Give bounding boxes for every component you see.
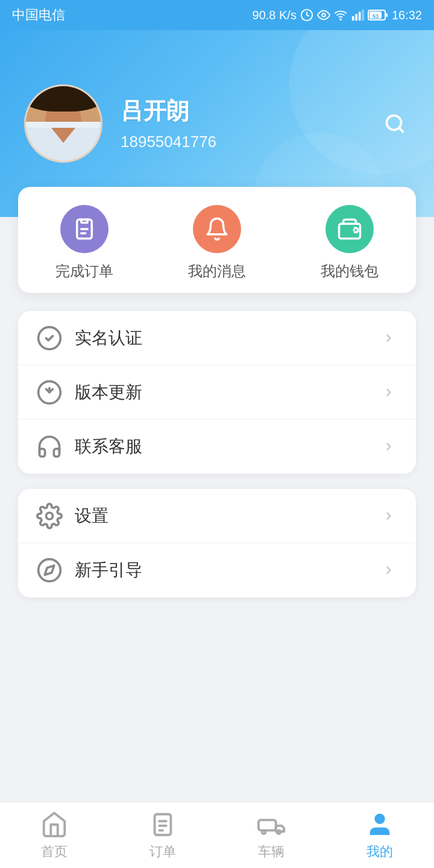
profile-name: 吕开朗 [121,96,216,127]
nav-item-home[interactable]: 首页 [6,810,102,861]
quick-actions-card: 完成订单 我的消息 我的钱包 [18,187,416,293]
speed-label: 90.8 K/s [253,8,297,22]
vehicles-nav-label: 车辆 [258,843,285,861]
bottom-nav: 首页 订单 车辆 [0,802,434,868]
settings-label: 设置 [75,505,380,527]
chevron-right-icon-3 [380,438,398,456]
svg-line-12 [399,128,403,132]
guide-label: 新手引导 [75,559,380,582]
mine-nav-label: 我的 [366,843,393,861]
messages-label: 我的消息 [188,262,246,281]
svg-point-21 [39,559,61,582]
bell-icon [204,216,230,242]
nav-item-vehicles[interactable]: 车辆 [223,810,319,861]
update-label: 版本更新 [75,381,380,404]
chevron-right-icon [380,329,398,347]
menu-card-group1: 实名认证 版本更新 [18,311,416,474]
check-circle-icon [36,325,63,351]
compass-icon [36,557,63,583]
eye-icon [317,8,330,22]
search-icon [384,113,406,134]
svg-rect-6 [362,10,364,20]
nav-item-mine[interactable]: 我的 [332,810,428,861]
battery-icon: 53 [368,8,388,22]
svg-point-1 [322,13,326,17]
support-label: 联系客服 [75,435,380,458]
menu-item-support[interactable]: 联系客服 [18,420,416,474]
avatar-collar [26,128,101,161]
svg-rect-5 [359,12,361,21]
menu-item-guide[interactable]: 新手引导 [18,543,416,597]
refresh-icon [36,379,63,406]
svg-point-30 [375,814,384,823]
chevron-right-icon-5 [380,561,398,579]
svg-point-28 [262,830,266,834]
quick-action-wallet[interactable]: 我的钱包 [321,205,379,281]
wallet-icon [337,216,362,242]
main-content: 完成订单 我的消息 我的钱包 [0,187,434,691]
orders-nav-icon [148,810,177,839]
svg-marker-22 [45,565,54,575]
avatar-hair [26,86,101,112]
status-bar: 中国电信 90.8 K/s 53 16:32 [0,0,434,30]
mine-icon [365,810,394,839]
orders-label: 完成订单 [55,262,113,281]
real-name-label: 实名认证 [75,327,380,350]
vehicles-icon [257,810,286,839]
gear-icon [36,503,63,529]
home-icon [40,810,69,839]
clipboard-icon [72,216,97,242]
svg-rect-3 [352,16,354,20]
nav-item-orders[interactable]: 订单 [115,810,211,861]
profile-phone: 18955041776 [121,133,216,151]
time-label: 16:32 [392,8,422,22]
headset-icon [36,433,63,460]
wallet-label: 我的钱包 [321,262,379,281]
quick-action-messages[interactable]: 我的消息 [188,205,246,281]
avatar [24,84,102,163]
orders-nav-label: 订单 [149,843,176,861]
svg-rect-4 [355,14,357,20]
svg-rect-27 [259,820,276,830]
signal-icon [351,8,364,22]
svg-rect-8 [385,13,388,17]
home-nav-label: 首页 [41,843,68,861]
svg-point-20 [46,512,53,519]
status-indicators: 90.8 K/s 53 16:32 [253,8,422,22]
svg-point-17 [353,229,355,231]
wallet-icon-bg [326,205,374,253]
menu-card-group2: 设置 新手引导 [18,489,416,597]
profile-info: 吕开朗 18955041776 [121,96,216,151]
search-button[interactable] [380,108,410,139]
chevron-right-icon-2 [380,383,398,401]
quick-action-orders[interactable]: 完成订单 [55,205,113,281]
svg-point-2 [340,19,341,20]
chevron-right-icon-4 [380,507,398,525]
clock-icon [300,8,313,22]
menu-item-real-name[interactable]: 实名认证 [18,311,416,365]
svg-text:53: 53 [373,13,379,19]
menu-item-settings[interactable]: 设置 [18,489,416,543]
menu-item-update[interactable]: 版本更新 [18,365,416,420]
carrier-label: 中国电信 [12,6,65,24]
avatar-face [26,86,101,161]
messages-icon-bg [193,205,241,253]
wifi-icon [334,8,347,22]
orders-icon-bg [60,205,108,253]
